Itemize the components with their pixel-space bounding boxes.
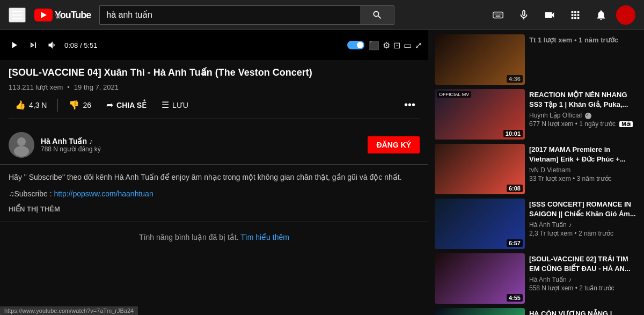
sidebar-item-title: Tt 1 lượt xem • 1 năm trước <box>529 35 638 45</box>
player-right-icons: ⬛ ⚙ ⊡ ▭ ⤢ <box>369 40 422 50</box>
thumbnail: 4:52 Dake <box>435 308 525 315</box>
list-item[interactable]: 6:57 [SSS CONCERT] ROMANCE IN SAIGON || … <box>428 196 644 251</box>
sidebar-item-title: REACTION MỘT NÉN NHANG SS3 Tập 1 | Khán … <box>529 90 638 109</box>
volume-icon <box>47 40 58 50</box>
sidebar-channel: Huỳnh Lập Official <box>529 112 638 119</box>
apps-button[interactable] <box>565 4 586 26</box>
status-bar: https://www.youtube.com/watch?v=7aTm_rJB… <box>0 306 138 315</box>
video-title: [SOUL-VACCINE 04] Xuân Thì - Hà Anh Tuấn… <box>9 67 420 79</box>
sidebar-views: 2,3 Tr lượt xem • 2 năm trước <box>529 230 638 237</box>
svg-rect-1 <box>495 13 496 14</box>
sidebar-meta: HẠ CÒN VƯƠNG NẮNG | DATKAA x KIDO x Prod… <box>529 308 638 315</box>
subtitles-button[interactable]: ⬛ <box>369 40 379 50</box>
verified-icon <box>585 113 591 119</box>
thumbnail: 6:08 <box>435 144 525 194</box>
create-button[interactable] <box>539 4 560 26</box>
sidebar-meta: [SSS CONCERT] ROMANCE IN SAIGON || Chiếc… <box>529 199 638 249</box>
bell-icon <box>595 9 607 21</box>
description-link[interactable]: http://popsww.com/haanhtuan <box>54 189 153 198</box>
channel-avatar[interactable] <box>9 132 34 158</box>
like-divider <box>57 99 58 112</box>
like-count: 4,3 N <box>29 101 47 109</box>
list-item[interactable]: 4:55 [SOUL-VACCINE 02] TRÁI TIM EM CŨNG … <box>428 251 644 306</box>
volume-button[interactable] <box>45 38 60 53</box>
autoplay-toggle[interactable] <box>347 41 364 49</box>
thumbnail: OFFICIAL MV 10:01 <box>435 89 525 140</box>
sidebar-views: 33 Tr lượt xem • 3 năm trước <box>529 175 638 182</box>
svg-rect-0 <box>493 12 503 18</box>
youtube-icon <box>34 9 53 21</box>
channel-row: Hà Anh Tuấn ♪ 788 N người đăng ký ĐĂNG K… <box>0 126 428 165</box>
time-display: 0:08 / 5:51 <box>64 41 97 49</box>
save-label: LƯU <box>172 101 188 109</box>
subscribe-button[interactable]: ĐĂNG KÝ <box>368 136 420 153</box>
sidebar-views: 558 N lượt xem • 2 tuần trước <box>529 284 638 292</box>
like-button[interactable]: 👍 4,3 N <box>9 97 53 113</box>
search-area <box>99 5 394 25</box>
main-layout: 0:08 / 5:51 ⬛ ⚙ ⊡ ▭ ⤢ [SOUL-VACCINE 04] … <box>0 30 644 315</box>
video-section: 0:08 / 5:51 ⬛ ⚙ ⊡ ▭ ⤢ [SOUL-VACCINE 04] … <box>0 30 428 315</box>
sidebar-meta: REACTION MỘT NÉN NHANG SS3 Tập 1 | Khán … <box>529 89 638 140</box>
miniplayer-button[interactable]: ⊡ <box>393 40 400 50</box>
music-note: ♫Subscribe : <box>9 189 54 198</box>
learn-more-link[interactable]: Tìm hiểu thêm <box>240 233 289 241</box>
video-duration: 10:01 <box>503 130 523 137</box>
video-duration: 6:08 <box>507 185 523 192</box>
logo[interactable]: YouTube VN <box>34 9 91 21</box>
share-button[interactable]: ➦ CHIA SẺ <box>100 97 153 113</box>
current-time: 0:08 <box>64 41 78 49</box>
view-count: 113.211 lượt xem <box>9 83 63 91</box>
avatar[interactable] <box>616 5 635 25</box>
list-item[interactable]: 6:08 [2017 MAMA Premiere in Vietnam] Eri… <box>428 142 644 196</box>
thumbs-up-icon: 👍 <box>15 100 26 110</box>
show-more-button[interactable]: HIỂN THỊ THÊM <box>9 204 420 215</box>
menu-button[interactable] <box>9 8 26 23</box>
list-item[interactable]: 4:52 Dake HẠ CÒN VƯƠNG NẮNG | DATKAA x K… <box>428 306 644 315</box>
thumbs-down-icon: 👎 <box>69 100 79 110</box>
header: YouTube VN <box>0 0 644 30</box>
logo-suffix: VN <box>55 14 91 20</box>
play-button[interactable] <box>6 38 21 53</box>
notifications-button[interactable] <box>590 4 612 26</box>
save-button[interactable]: ☰ LƯU <box>155 97 195 113</box>
theater-button[interactable]: ▭ <box>404 40 412 50</box>
description-link-line: ♫Subscribe : http://popsww.com/haanhtuan <box>9 188 420 200</box>
channel-name[interactable]: Hà Anh Tuấn ♪ <box>41 137 361 145</box>
player-area: 0:08 / 5:51 ⬛ ⚙ ⊡ ▭ ⤢ <box>0 30 428 60</box>
share-label: CHIA SẺ <box>116 101 147 109</box>
next-button[interactable] <box>26 38 41 53</box>
sidebar-meta: Tt 1 lượt xem • 1 năm trước <box>529 34 638 85</box>
status-url: https://www.youtube.com/watch?v=7aTm_rJB… <box>4 307 134 314</box>
new-badge: Mới <box>619 121 633 127</box>
description-text: Hãy " Subscribe" theo dõi kênh Hà Anh Tu… <box>9 171 420 183</box>
header-left: YouTube VN <box>9 8 91 23</box>
channel-subscribers: 788 N người đăng ký <box>41 145 361 153</box>
thumbnail: 4:55 <box>435 253 525 304</box>
sidebar-channel: tvN D Vietnam <box>529 166 638 174</box>
create-icon <box>544 9 555 21</box>
search-button[interactable] <box>360 5 394 25</box>
sidebar: 4:36 Tt 1 lượt xem • 1 năm trước OFFICIA… <box>428 30 644 315</box>
search-input[interactable] <box>99 5 360 25</box>
skip-next-icon <box>28 40 39 50</box>
fullscreen-button[interactable]: ⤢ <box>415 40 422 50</box>
total-time: 5:51 <box>84 41 97 49</box>
player-right: ⬛ ⚙ ⊡ ▭ ⤢ <box>347 40 422 50</box>
thumbnail: 6:57 <box>435 199 525 249</box>
video-info: [SOUL-VACCINE 04] Xuân Thì - Hà Anh Tuấn… <box>0 60 428 126</box>
more-actions-button[interactable]: ••• <box>400 97 420 113</box>
list-item[interactable]: OFFICIAL MV 10:01 REACTION MỘT NÉN NHANG… <box>428 87 644 142</box>
keyboard-icon-button[interactable] <box>487 4 509 26</box>
save-icon: ☰ <box>162 100 169 110</box>
sidebar-item-title: [SSS CONCERT] ROMANCE IN SAIGON || Chiếc… <box>529 200 638 219</box>
svg-rect-3 <box>499 13 500 14</box>
svg-rect-4 <box>501 13 502 14</box>
dislike-button[interactable]: 👎 26 <box>62 97 98 113</box>
channel-info: Hà Anh Tuấn ♪ 788 N người đăng ký <box>41 137 361 153</box>
list-item[interactable]: 4:36 Tt 1 lượt xem • 1 năm trước <box>428 32 644 87</box>
settings-button[interactable]: ⚙ <box>383 40 390 50</box>
svg-point-7 <box>17 137 26 146</box>
mic-button[interactable] <box>513 4 535 26</box>
play-icon <box>9 40 19 50</box>
player-controls: 0:08 / 5:51 <box>6 38 97 53</box>
